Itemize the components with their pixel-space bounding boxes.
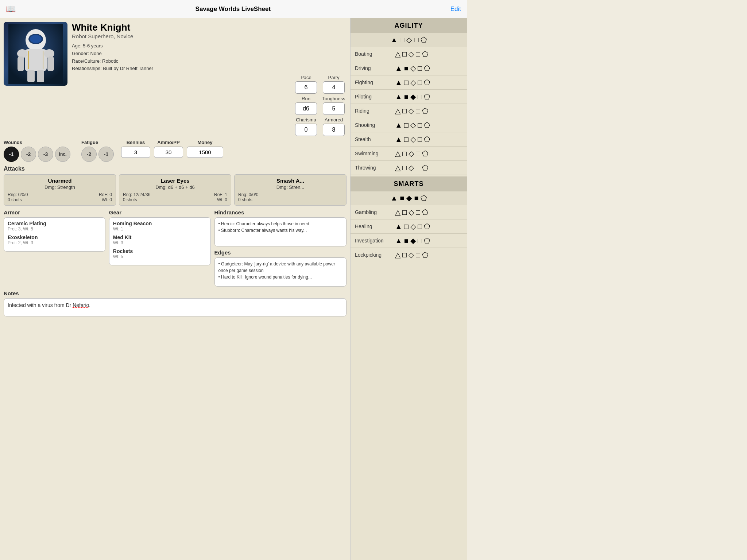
robot-portrait-svg — [8, 24, 63, 84]
money-value[interactable]: 1500 — [187, 147, 223, 158]
skill-throwing-dice: △ □ ◇ □ ⬠ — [395, 163, 428, 172]
attack-0-name: Unarmed — [8, 178, 112, 184]
ammo-value[interactable]: 30 — [154, 147, 183, 158]
bottom-section: Armor Ceramic Plating Prot: 3, Wt: 5 Exo… — [4, 209, 347, 287]
wounds-btn-0[interactable]: -1 — [4, 147, 19, 162]
armored-value[interactable]: 8 — [323, 124, 345, 136]
wounds-label: Wounds — [4, 140, 22, 145]
money-field: Money 1500 — [187, 140, 223, 158]
skill-fighting-dice: ▲ □ ◇ □ ⬠ — [395, 78, 430, 87]
parry-value[interactable]: 4 — [323, 81, 345, 94]
skill-throwing[interactable]: Throwing △ □ ◇ □ ⬠ — [351, 161, 467, 175]
skill-gambling[interactable]: Gambling △ □ ◇ □ ⬠ — [351, 205, 467, 219]
smarts-die-1: ■ — [400, 194, 404, 202]
smarts-die-4: ⬠ — [421, 194, 427, 202]
gear-1-detail: Wt: 3 — [113, 240, 207, 245]
skill-stealth[interactable]: Stealth ▲ □ ◇ □ ⬠ — [351, 132, 467, 147]
attack-0-shots: 0 shots — [8, 197, 22, 202]
notes-text[interactable]: Infected with a virus from Dr Nefario. — [4, 298, 347, 316]
armor-0-name: Ceramic Plating — [8, 221, 101, 226]
attack-smash[interactable]: Smash A... Dmg: Stren... Rng: 0/0/0 0 sh… — [234, 174, 347, 206]
attack-2-shots: 0 shots — [238, 197, 252, 202]
fatigue-group: Fatigue -2 -1 — [81, 140, 114, 162]
attack-laser-eyes[interactable]: Laser Eyes Dmg: d6 + d6 + d6 Rng: 12/24/… — [119, 174, 231, 206]
svg-rect-14 — [37, 70, 44, 82]
gear-item-1: Med Kit Wt: 3 — [113, 234, 207, 245]
attack-0-rof: RoF: 0 — [99, 192, 112, 197]
fatigue-btn-1[interactable]: -1 — [98, 147, 114, 162]
skill-shooting[interactable]: Shooting ▲ □ ◇ □ ⬠ — [351, 118, 467, 132]
skill-investigation[interactable]: Investigation ▲ ■ ◆ □ ⬠ — [351, 234, 467, 248]
bennies-value[interactable]: 3 — [121, 147, 150, 158]
attacks-title: Attacks — [4, 166, 347, 172]
edges-text[interactable]: • Gadgeteer: May 'jury-rig' a device wit… — [214, 257, 347, 287]
skill-swimming[interactable]: Swimming △ □ ◇ □ ⬠ — [351, 147, 467, 161]
attack-1-rng: Rng: 12/24/36 — [123, 192, 150, 197]
edit-button[interactable]: Edit — [450, 5, 461, 13]
skill-piloting[interactable]: Piloting ▲ ■ ◆ □ ⬠ — [351, 90, 467, 104]
character-subtitle: Robot Superhero, Novice — [72, 33, 347, 39]
skill-piloting-label: Piloting — [355, 94, 395, 100]
attack-1-row1: Rng: 12/24/36 RoF: 1 — [123, 192, 227, 197]
charisma-label: Charisma — [296, 117, 316, 122]
skill-lockpicking[interactable]: Lockpicking △ □ ◇ □ ⬠ — [351, 248, 467, 262]
wounds-btn-1[interactable]: -2 — [21, 147, 36, 162]
agility-die-2: ◇ — [406, 35, 412, 44]
toughness-value[interactable]: 5 — [323, 102, 345, 115]
hindrances-text[interactable]: • Heroic: Character always helps those i… — [214, 217, 347, 246]
fatigue-label: Fatigue — [81, 140, 98, 145]
smarts-die-0: ▲ — [391, 194, 398, 202]
gear-section: Gear Homing Beacon Wt: 1 Med Kit Wt: 3 R… — [109, 209, 211, 287]
smarts-header: SMARTS — [351, 176, 467, 191]
armor-item-0: Ceramic Plating Prot: 3, Wt: 5 — [8, 221, 101, 232]
attack-0-row2: 0 shots Wt: 0 — [8, 197, 112, 202]
attack-unarmed[interactable]: Unarmed Dmg: Strength Rng: 0/0/0 RoF: 0 … — [4, 174, 116, 206]
skill-healing[interactable]: Healing ▲ □ ◇ □ ⬠ — [351, 219, 467, 234]
run-value[interactable]: d6 — [295, 102, 317, 115]
attack-2-row1: Rng: 0/0/0 — [238, 192, 342, 197]
wounds-btn-inc[interactable]: Inc. — [55, 147, 70, 162]
char-race: Race/Culture: Robotic — [72, 58, 347, 65]
attack-1-dmg: Dmg: d6 + d6 + d6 — [123, 184, 227, 190]
agility-dice-row[interactable]: ▲ □ ◇ □ ⬠ — [351, 33, 467, 47]
skill-lockpicking-dice: △ □ ◇ □ ⬠ — [395, 250, 428, 259]
skill-swimming-dice: △ □ ◇ □ ⬠ — [395, 149, 428, 158]
skill-riding[interactable]: Riding △ □ ◇ □ ⬠ — [351, 104, 467, 118]
skill-healing-label: Healing — [355, 223, 395, 229]
stat-toughness: Toughness 5 — [321, 96, 347, 115]
attack-2-name: Smash A... — [238, 178, 342, 184]
gear-0-detail: Wt: 1 — [113, 226, 207, 232]
agility-header: AGILITY — [351, 18, 467, 33]
armor-item-1: Exoskeleton Prot: 2, Wt: 3 — [8, 234, 101, 245]
fatigue-btn-0[interactable]: -2 — [81, 147, 97, 162]
pace-value[interactable]: 6 — [295, 81, 317, 94]
skill-boating[interactable]: Boating △ □ ◇ □ ⬠ — [351, 47, 467, 61]
gear-title: Gear — [109, 209, 211, 215]
skill-driving[interactable]: Driving ▲ ■ ◇ □ ⬠ — [351, 61, 467, 75]
skill-driving-label: Driving — [355, 65, 395, 71]
pace-label: Pace — [301, 75, 311, 80]
gear-item-2: Rockets Wt: 5 — [113, 248, 207, 259]
wounds-btn-2[interactable]: -3 — [38, 147, 53, 162]
svg-point-3 — [30, 35, 42, 43]
smarts-dice-row[interactable]: ▲ ■ ◆ ■ ⬠ — [351, 191, 467, 205]
book-icon[interactable]: 📖 — [6, 4, 16, 14]
agility-die-0: ▲ — [391, 35, 398, 44]
attack-1-name: Laser Eyes — [123, 178, 227, 184]
character-portrait — [4, 22, 67, 86]
smarts-die-2: ◆ — [406, 194, 412, 202]
svg-rect-10 — [47, 57, 54, 71]
left-panel: White Knight Robot Superhero, Novice Age… — [0, 18, 350, 560]
right-panel: AGILITY ▲ □ ◇ □ ⬠ Boating △ □ ◇ □ ⬠ Driv… — [350, 18, 467, 560]
main-layout: White Knight Robot Superhero, Novice Age… — [0, 18, 467, 560]
charisma-value[interactable]: 0 — [295, 124, 317, 136]
notes-section: Notes Infected with a virus from Dr Nefa… — [4, 290, 347, 316]
skill-investigation-dice: ▲ ■ ◆ □ ⬠ — [395, 236, 430, 245]
char-gender: Gender: None — [72, 50, 347, 58]
skill-lockpicking-label: Lockpicking — [355, 252, 395, 258]
gear-0-name: Homing Beacon — [113, 221, 207, 226]
top-nav: 📖 Savage Worlds LiveSheet Edit — [0, 0, 467, 18]
ammo-label: Ammo/PP — [157, 140, 179, 145]
smarts-die-3: ■ — [414, 194, 418, 202]
skill-fighting[interactable]: Fighting ▲ □ ◇ □ ⬠ — [351, 75, 467, 90]
